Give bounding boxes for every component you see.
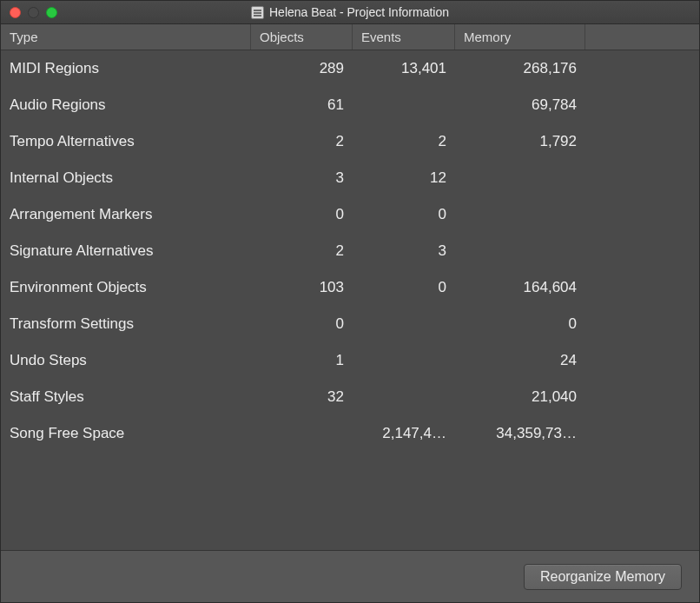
cell-memory: 164,604 — [455, 269, 585, 306]
cell-type: Internal Objects — [1, 160, 251, 196]
table-row[interactable]: MIDI Regions28913,401268,176 — [1, 50, 699, 87]
column-header-type[interactable]: Type — [1, 24, 251, 50]
cell-events: 0 — [353, 196, 455, 233]
cell-events: 2 — [353, 123, 455, 160]
cell-type: Tempo Alternatives — [1, 123, 251, 160]
table-row[interactable]: Arrangement Markers00 — [1, 196, 699, 233]
column-header-objects[interactable]: Objects — [251, 24, 353, 50]
cell-events — [353, 379, 455, 415]
column-header-memory[interactable]: Memory — [455, 24, 585, 50]
cell-objects: 0 — [251, 306, 353, 342]
column-header-extra — [585, 24, 699, 50]
table-row[interactable]: Transform Settings00 — [1, 306, 699, 342]
cell-events — [353, 306, 455, 342]
window-title: Helena Beat - Project Information — [269, 5, 449, 19]
cell-objects: 103 — [251, 269, 353, 306]
cell-events: 0 — [353, 269, 455, 306]
cell-objects: 289 — [251, 50, 353, 87]
cell-memory: 1,792 — [455, 123, 585, 160]
table-row[interactable]: Environment Objects1030164,604 — [1, 269, 699, 306]
cell-type: Environment Objects — [1, 269, 251, 306]
cell-objects: 0 — [251, 196, 353, 233]
cell-objects: 2 — [251, 123, 353, 160]
cell-type: Song Free Space — [1, 415, 251, 452]
zoom-button[interactable] — [46, 7, 57, 18]
cell-memory: 268,176 — [455, 50, 585, 87]
cell-type: Signature Alternatives — [1, 233, 251, 269]
cell-memory: 21,040 — [455, 379, 585, 415]
titlebar[interactable]: Helena Beat - Project Information — [1, 1, 699, 24]
footer-bar: Reorganize Memory — [1, 550, 699, 602]
cell-events — [353, 342, 455, 379]
column-header-row: Type Objects Events Memory — [1, 24, 699, 50]
cell-objects: 2 — [251, 233, 353, 269]
cell-memory: 24 — [455, 342, 585, 379]
reorganize-memory-button[interactable]: Reorganize Memory — [524, 564, 682, 590]
cell-objects: 1 — [251, 342, 353, 379]
table-row[interactable]: Tempo Alternatives221,792 — [1, 123, 699, 160]
table-row[interactable]: Internal Objects312 — [1, 160, 699, 196]
table-row[interactable]: Undo Steps124 — [1, 342, 699, 379]
cell-memory: 69,784 — [455, 87, 585, 123]
column-header-events[interactable]: Events — [353, 24, 455, 50]
project-icon — [251, 6, 264, 19]
cell-events: 3 — [353, 233, 455, 269]
table-row[interactable]: Signature Alternatives23 — [1, 233, 699, 269]
cell-type: Undo Steps — [1, 342, 251, 379]
table-body: MIDI Regions28913,401268,176Audio Region… — [1, 50, 699, 550]
cell-type: Transform Settings — [1, 306, 251, 342]
cell-type: Audio Regions — [1, 87, 251, 123]
cell-type: Arrangement Markers — [1, 196, 251, 233]
cell-memory: 34,359,73… — [455, 415, 585, 452]
traffic-lights — [10, 7, 57, 18]
minimize-button[interactable] — [28, 7, 39, 18]
close-button[interactable] — [10, 7, 21, 18]
table-row[interactable]: Song Free Space2,147,4…34,359,73… — [1, 415, 699, 452]
cell-events: 12 — [353, 160, 455, 196]
cell-events — [353, 87, 455, 123]
cell-type: Staff Styles — [1, 379, 251, 415]
table-row[interactable]: Audio Regions6169,784 — [1, 87, 699, 123]
cell-objects: 61 — [251, 87, 353, 123]
cell-events: 13,401 — [353, 50, 455, 87]
project-information-window: Helena Beat - Project Information Type O… — [0, 0, 700, 603]
table-row[interactable]: Staff Styles3221,040 — [1, 379, 699, 415]
cell-objects: 3 — [251, 160, 353, 196]
cell-events: 2,147,4… — [353, 415, 455, 452]
cell-memory: 0 — [455, 306, 585, 342]
cell-memory — [455, 196, 585, 233]
window-title-wrap: Helena Beat - Project Information — [1, 5, 699, 19]
cell-objects: 32 — [251, 379, 353, 415]
cell-objects — [251, 415, 353, 452]
cell-type: MIDI Regions — [1, 50, 251, 87]
cell-memory — [455, 233, 585, 269]
cell-memory — [455, 160, 585, 196]
